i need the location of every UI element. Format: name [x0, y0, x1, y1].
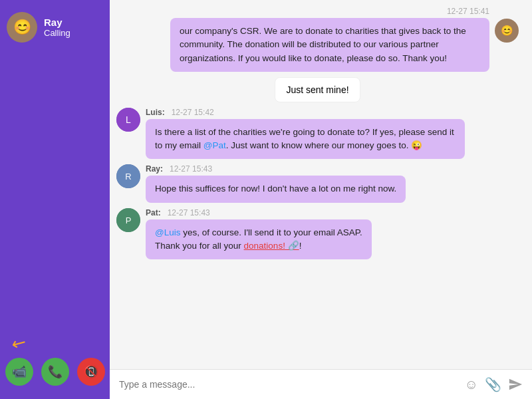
message-time: 12-27 15:42 — [172, 108, 214, 117]
message-row: L Luis: 12-27 15:42 Is there a list of t… — [116, 108, 519, 160]
message-avatar: L — [116, 108, 140, 132]
sidebar: 😊 Ray Calling ↙ 📹 📞 📵 — [0, 0, 110, 399]
message-content: Pat: 12-27 15:43 @Luis yes, of course. I… — [146, 208, 372, 260]
svg-text:P: P — [126, 215, 132, 225]
phone-call-button[interactable]: 📞 — [41, 358, 69, 386]
message-time: 12-27 15:43 — [168, 208, 210, 217]
mention: @Luis — [155, 227, 180, 237]
user-status: Calling — [44, 28, 70, 38]
call-buttons: 📹 📞 📵 — [0, 358, 110, 386]
send-button[interactable] — [508, 377, 523, 392]
svg-text:L: L — [126, 114, 131, 125]
message-content: Ray: 12-27 15:43 Hope this suffices for … — [146, 164, 406, 202]
attachment-button[interactable]: 📎 — [485, 376, 501, 392]
message-group: 12-27 15:41 our company's CSR. We are to… — [116, 7, 519, 72]
message-meta: 12-27 15:41 — [170, 7, 489, 16]
message-content: 12-27 15:41 our company's CSR. We are to… — [170, 7, 489, 72]
message-content: Luis: 12-27 15:42 Is there a list of the… — [146, 108, 465, 160]
user-profile: 😊 Ray Calling — [0, 7, 110, 48]
message-bubble: Hope this suffices for now! I don't have… — [146, 176, 406, 202]
end-call-button[interactable]: 📵 — [77, 358, 105, 386]
message-meta: Luis: 12-27 15:42 — [146, 108, 465, 117]
mention: @Pat — [203, 140, 226, 150]
message-input[interactable] — [119, 379, 458, 390]
arrow-indicator: ↙ — [8, 331, 31, 356]
chat-area: 12-27 15:41 our company's CSR. We are to… — [110, 0, 532, 399]
avatar: 😊 — [7, 12, 37, 43]
video-call-button[interactable]: 📹 — [5, 358, 33, 386]
message-sender: Luis: — [146, 108, 165, 117]
message-bubble: @Luis yes, of course. I'll send it to yo… — [146, 219, 372, 260]
messages-list: 12-27 15:41 our company's CSR. We are to… — [110, 0, 532, 369]
self-message-bubble: Just sent mine! — [275, 77, 360, 102]
message-group: Just sent mine! — [116, 77, 519, 102]
message-row: 12-27 15:41 our company's CSR. We are to… — [116, 7, 519, 72]
message-time: 12-27 15:43 — [170, 164, 212, 174]
svg-text:R: R — [125, 172, 131, 182]
end-call-icon: 📵 — [84, 364, 98, 379]
send-icon — [508, 377, 523, 392]
message-row: R Ray: 12-27 15:43 Hope this suffices fo… — [116, 164, 519, 202]
message-bubble: Is there a list of the charities we're g… — [146, 119, 465, 160]
emoji-button[interactable]: ☺ — [465, 377, 478, 392]
message-group: R Ray: 12-27 15:43 Hope this suffices fo… — [116, 164, 519, 202]
message-time: 12-27 15:41 — [447, 7, 489, 16]
link[interactable]: donations! 🔗 — [244, 241, 299, 251]
message-avatar: R — [116, 164, 140, 188]
message-meta: Ray: 12-27 15:43 — [146, 164, 406, 174]
user-info: Ray Calling — [44, 17, 70, 38]
message-sender: Pat: — [146, 208, 161, 217]
message-avatar: P — [116, 208, 140, 232]
input-area: ☺ 📎 — [110, 369, 532, 399]
message-group: P Pat: 12-27 15:43 @Luis yes, of course.… — [116, 208, 519, 260]
phone-icon: 📞 — [48, 364, 63, 379]
message-row: P Pat: 12-27 15:43 @Luis yes, of course.… — [116, 208, 519, 260]
user-name: Ray — [44, 17, 70, 28]
video-icon: 📹 — [12, 364, 27, 379]
message-sender: Ray: — [146, 164, 163, 174]
message-group: L Luis: 12-27 15:42 Is there a list of t… — [116, 108, 519, 160]
message-meta: Pat: 12-27 15:43 — [146, 208, 372, 217]
message-bubble: our company's CSR. We are to donate to c… — [170, 18, 489, 72]
message-avatar: 😊 — [495, 19, 519, 43]
